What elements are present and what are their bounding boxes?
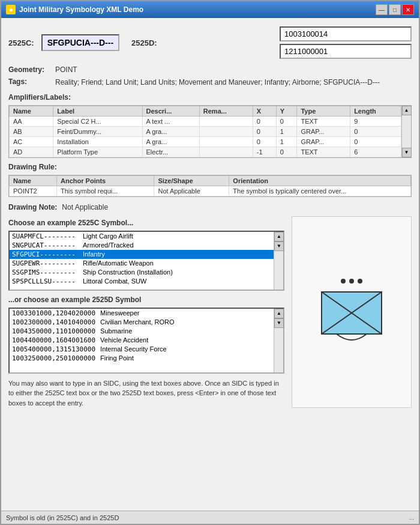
desc-note: You may also want to type in an SIDC, us… bbox=[8, 378, 284, 408]
list-item[interactable]: 1004350000,1101000000Submarine bbox=[10, 327, 274, 336]
status-text: Symbol is old (in 2525C) and in 2525D bbox=[6, 514, 119, 521]
list2-item-code: 1004350000,1101000000 bbox=[12, 327, 95, 335]
col-type: Type bbox=[297, 106, 350, 116]
symbol-list-2525c-inner[interactable]: SUAPMFCL--------Light Cargo AirliftSNGPU… bbox=[10, 232, 274, 290]
col-name: Name bbox=[10, 106, 53, 116]
cell-label: Feint/Dummy... bbox=[53, 126, 142, 136]
cell-y: 1 bbox=[276, 136, 297, 147]
dr-col-orientation: Orientation bbox=[229, 175, 411, 186]
list-item-code: SNGPUCAT-------- bbox=[12, 241, 78, 249]
cell-y: 0 bbox=[276, 147, 297, 157]
list-scroll-up[interactable]: ▲ bbox=[274, 232, 284, 241]
scroll-down-arrow[interactable]: ▼ bbox=[402, 148, 412, 157]
status-right: ... bbox=[409, 514, 414, 521]
cell-desc: Electr... bbox=[142, 147, 199, 157]
cell-desc: A text ... bbox=[142, 116, 199, 126]
left-bottom: Choose an example 2525C Symbol... SUAPMF… bbox=[8, 216, 284, 408]
symbol-svg bbox=[316, 286, 388, 346]
list2-item-desc: Minesweeper bbox=[100, 309, 271, 317]
list-item[interactable]: SNGPUCAT--------Armored/Tracked bbox=[10, 241, 274, 250]
symbol-list-2525d-scrollbar[interactable]: ▲ ▼ bbox=[274, 309, 283, 372]
cell-rema bbox=[199, 126, 253, 136]
list-item[interactable]: 1004400000,1604001600Vehicle Accident bbox=[10, 336, 274, 345]
list2-item-code: 1004400000,1604001600 bbox=[12, 336, 95, 344]
col-x: X bbox=[253, 106, 276, 116]
list2-item-code: 1003301000,1204020000 bbox=[12, 309, 95, 317]
close-button[interactable]: ✕ bbox=[402, 4, 414, 15]
symbol-list-2525d-inner[interactable]: 1003301000,1204020000Minesweeper10023000… bbox=[10, 309, 274, 372]
list-item[interactable]: 1002300000,1401040000Civilian Merchant, … bbox=[10, 318, 274, 327]
list-item-desc: Littoral Combat, SUW bbox=[83, 278, 271, 285]
sidc2525d-inputs bbox=[280, 26, 412, 59]
table-row[interactable]: POINT2 This symbol requi... Not Applicab… bbox=[10, 186, 411, 196]
list-scroll-down[interactable]: ▼ bbox=[274, 241, 284, 251]
list-item[interactable]: SPSPCLLLSU------Littoral Combat, SUW bbox=[10, 277, 274, 286]
maximize-button[interactable]: □ bbox=[389, 4, 401, 15]
col-descri: Descri... bbox=[142, 106, 199, 116]
title-bar-left: ★ Joint Military Symbology XML Demo bbox=[6, 5, 143, 14]
sidc2525d-input1[interactable] bbox=[280, 26, 412, 41]
sidc2525d-label: 2525D: bbox=[131, 38, 157, 47]
drawing-note-row: Drawing Note: Not Applicable bbox=[8, 202, 412, 213]
choose-2525d-label: ...or choose an example 2525D Symbol bbox=[8, 296, 284, 304]
dot2 bbox=[349, 279, 354, 284]
list-item[interactable]: SSGPIMS---------Ship Construction (Insta… bbox=[10, 268, 274, 277]
dr-col-size: Size/Shape bbox=[154, 175, 229, 186]
cell-x: 0 bbox=[253, 126, 276, 136]
table-row[interactable]: AB Feint/Dummy... A gra... 0 1 GRAP... 0 bbox=[10, 126, 401, 136]
list-item-code: SUAPMFCL-------- bbox=[12, 232, 78, 240]
list2-item-code: 1002300000,1401040000 bbox=[12, 318, 95, 326]
list-item-code: SFGPUCI--------- bbox=[12, 250, 78, 258]
cell-type: TEXT bbox=[297, 116, 350, 126]
cell-desc: A gra... bbox=[142, 136, 199, 147]
sidc2525c-label: 2525C: bbox=[8, 38, 34, 47]
list-item[interactable]: SUGPEWR---------Rifle/Automatic Weapon bbox=[10, 259, 274, 268]
table-row[interactable]: AA Special C2 H... A text ... 0 0 TEXT 9 bbox=[10, 116, 401, 126]
amplifiers-table-scroll[interactable]: Name Label Descri... Rema... X Y Type Le… bbox=[9, 106, 401, 157]
scroll-up-arrow[interactable]: ▲ bbox=[402, 106, 412, 115]
minimize-button[interactable]: — bbox=[376, 4, 388, 15]
cell-y: 0 bbox=[276, 116, 297, 126]
cell-rema bbox=[199, 116, 253, 126]
table-row[interactable]: AC Installation A gra... 0 1 GRAP... 0 bbox=[10, 136, 401, 147]
dr-col-anchor: Anchor Points bbox=[57, 175, 154, 186]
col-rema: Rema... bbox=[199, 106, 253, 116]
symbol-list-2525c: SUAPMFCL--------Light Cargo AirliftSNGPU… bbox=[8, 231, 284, 291]
list2-item-desc: Internal Security Force bbox=[100, 345, 271, 353]
dot1 bbox=[341, 279, 346, 284]
cell-length: 0 bbox=[350, 136, 401, 147]
cell-label: Special C2 H... bbox=[53, 116, 142, 126]
list2-item-desc: Vehicle Accident bbox=[100, 336, 271, 344]
cell-type: TEXT bbox=[297, 147, 350, 157]
symbol-display-area bbox=[292, 216, 412, 408]
sidc2525d-input2[interactable] bbox=[280, 44, 412, 59]
col-label: Label bbox=[53, 106, 142, 116]
list2-item-code: 1003250000,2501000000 bbox=[12, 354, 95, 362]
symbol-list-2525c-scrollbar[interactable]: ▲ ▼ bbox=[274, 232, 283, 290]
cell-length: 0 bbox=[350, 126, 401, 136]
amplifiers-table: Name Label Descri... Rema... X Y Type Le… bbox=[9, 106, 401, 157]
list-item-desc: Infantry bbox=[83, 250, 271, 258]
title-buttons: — □ ✕ bbox=[376, 4, 414, 15]
cell-desc: A gra... bbox=[142, 126, 199, 136]
list-item[interactable]: SUAPMFCL--------Light Cargo Airlift bbox=[10, 232, 274, 241]
cell-name: AD bbox=[10, 147, 53, 157]
list-item[interactable]: 1003250000,2501000000Firing Point bbox=[10, 354, 274, 363]
tags-label: Tags: bbox=[8, 77, 50, 86]
cell-name: AC bbox=[10, 136, 53, 147]
list2-scroll-up[interactable]: ▲ bbox=[274, 309, 284, 318]
tags-value: Reality; Friend; Land Unit; Land Units; … bbox=[55, 77, 380, 88]
drawing-note-label: Drawing Note: bbox=[8, 203, 57, 211]
list-item[interactable]: 1005400000,1315130000Internal Security F… bbox=[10, 345, 274, 354]
app-icon: ★ bbox=[6, 5, 16, 14]
list-item[interactable]: SFGPUCI---------Infantry bbox=[10, 250, 274, 259]
amplifiers-scrollbar[interactable]: ▲ ▼ bbox=[401, 106, 411, 157]
choose-2525c-label: Choose an example 2525C Symbol... bbox=[8, 219, 284, 227]
geometry-value: POINT bbox=[55, 65, 77, 74]
content-area: 2525C: SFGPUCIA---D--- 2525D: Geometry: … bbox=[1, 18, 419, 511]
cell-type: GRAP... bbox=[297, 126, 350, 136]
table-row[interactable]: AD Platform Type Electr... -1 0 TEXT 6 bbox=[10, 147, 401, 157]
list2-scroll-down[interactable]: ▼ bbox=[274, 318, 284, 328]
list-item[interactable]: 1003301000,1204020000Minesweeper bbox=[10, 309, 274, 318]
cell-length: 6 bbox=[350, 147, 401, 157]
